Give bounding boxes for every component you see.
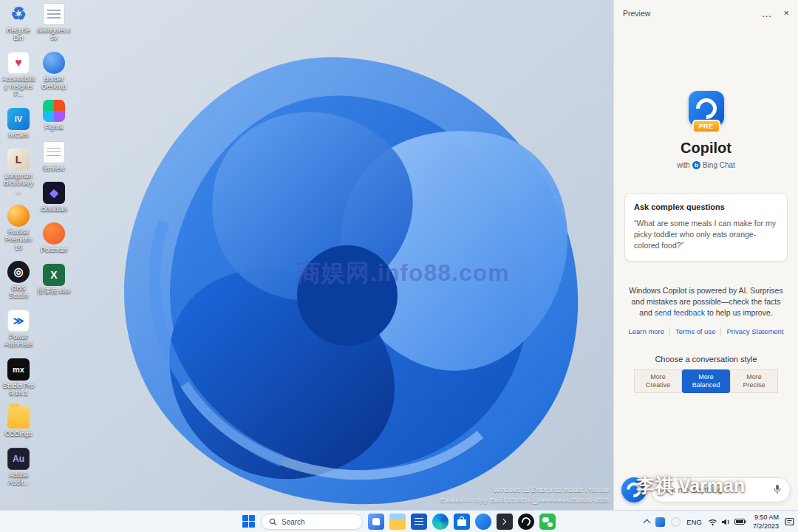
search-box[interactable]: Search bbox=[261, 514, 363, 530]
suggestion-card[interactable]: Ask complex questions “What are some mea… bbox=[624, 193, 788, 262]
learn-more-link[interactable]: Learn more bbox=[623, 327, 670, 335]
icon-label: Power Automate bbox=[1, 333, 35, 349]
adobe-audition-icon: Au bbox=[7, 448, 30, 470]
chat-input[interactable] bbox=[651, 477, 791, 502]
icon-label: Figma bbox=[44, 123, 63, 131]
edge-icon[interactable] bbox=[432, 514, 449, 530]
desktop-icon-obs-studio[interactable]: ◎ OBS Studio bbox=[1, 261, 35, 300]
clock[interactable]: 9:50 AM 7/2/2023 bbox=[753, 513, 779, 531]
icon-label: IVCam bbox=[8, 132, 29, 139]
volume-icon bbox=[721, 518, 731, 526]
icon-label: Border Desktop bbox=[37, 75, 71, 91]
icon-label: Accessibility Insights F... bbox=[1, 75, 36, 98]
obsidian-icon: ◆ bbox=[43, 182, 65, 204]
mic-icon[interactable] bbox=[773, 484, 782, 495]
browser-app-icon[interactable] bbox=[475, 514, 491, 530]
dictionary-icon: L bbox=[7, 149, 30, 171]
copilot-logo: PRE bbox=[689, 91, 724, 126]
terminal-icon[interactable] bbox=[497, 514, 513, 530]
accessibility-insights-icon: ♥ bbox=[7, 52, 30, 74]
postman-icon bbox=[43, 222, 65, 245]
terms-of-use-link[interactable]: Terms of use bbox=[670, 327, 721, 335]
tray-app-icon-2[interactable] bbox=[671, 517, 681, 527]
icon-label: dialogues.csv bbox=[36, 27, 72, 42]
desktop-icon-dialogues-csv[interactable]: dialogues.csv bbox=[37, 3, 71, 42]
desktop-icon-power-automate[interactable]: ≫ Power Automate bbox=[1, 310, 35, 349]
wifi-icon bbox=[708, 518, 717, 526]
style-more-balanced-button[interactable]: MoreBalanced bbox=[682, 369, 730, 393]
copilot-hero: PRE Copilot with b Bing Chat bbox=[614, 91, 798, 169]
desktop-icon-listview[interactable]: listview bbox=[37, 141, 71, 172]
rocket-premium-icon bbox=[7, 205, 30, 227]
bloom-wallpaper bbox=[0, 0, 613, 510]
desktop-watermark: 商娱网.info88.com bbox=[297, 257, 510, 290]
excel-file-icon: X bbox=[43, 264, 65, 286]
desktop-icon-border-desktop[interactable]: Border Desktop bbox=[37, 52, 71, 91]
desktop-icon-column-2: dialogues.csv Border Desktop Figma listv… bbox=[37, 3, 71, 295]
desktop-icon-excel-file[interactable]: X 排课表.xlsx bbox=[37, 264, 71, 295]
file-explorer-icon[interactable] bbox=[389, 514, 406, 530]
folder-icon bbox=[7, 406, 30, 429]
icon-label: Longman Dictionary ... bbox=[1, 172, 35, 195]
time: 9:50 AM bbox=[753, 513, 779, 522]
style-more-creative-button[interactable]: MoreCreative bbox=[634, 369, 682, 393]
legal-links: Learn more Terms of use Privacy Statemen… bbox=[614, 327, 798, 335]
close-icon[interactable]: × bbox=[783, 7, 789, 18]
desktop-icon-longman-dictionary[interactable]: L Longman Dictionary ... bbox=[1, 149, 35, 195]
network-volume-battery[interactable] bbox=[708, 518, 747, 526]
date: 7/2/2023 bbox=[753, 522, 779, 531]
studio-pro-icon: mx bbox=[7, 358, 30, 381]
wechat-icon[interactable] bbox=[539, 514, 556, 530]
search-icon bbox=[269, 518, 277, 526]
notification-icon[interactable] bbox=[785, 517, 794, 526]
conversation-style-toggle: MoreCreative MoreBalanced MorePrecise bbox=[614, 369, 798, 393]
search-placeholder: Search bbox=[282, 518, 305, 526]
copilot-subtitle: with b Bing Chat bbox=[614, 161, 798, 169]
desktop-icon-obsidian[interactable]: ◆ Obsidian bbox=[37, 182, 71, 213]
suggestion-card-title: Ask complex questions bbox=[634, 202, 778, 211]
desktop-icon-ivcam[interactable]: iV IVCam bbox=[1, 108, 35, 139]
start-button[interactable] bbox=[242, 515, 256, 528]
conversation-style-label: Choose a conversation style bbox=[614, 355, 798, 364]
send-feedback-link[interactable]: send feedback bbox=[655, 308, 705, 317]
style-more-precise-button[interactable]: MorePrecise bbox=[730, 369, 778, 393]
language-indicator[interactable]: ENG bbox=[686, 518, 702, 526]
taskbar: Search ENG bbox=[0, 510, 798, 532]
icon-label: OBS Studio bbox=[1, 284, 35, 300]
chat-icon[interactable] bbox=[368, 514, 384, 530]
icon-label: Postman bbox=[41, 246, 67, 253]
ivcam-icon: iV bbox=[7, 108, 30, 130]
system-tray: ENG 9:50 AM 7/2/2023 bbox=[644, 511, 794, 532]
more-options-icon[interactable]: … bbox=[761, 10, 771, 16]
text-file-icon bbox=[43, 141, 65, 163]
desktop-icon-recycle-bin[interactable]: ♻ Recycle Bin bbox=[1, 3, 35, 42]
copilot-avatar-icon bbox=[621, 477, 647, 502]
desktop: 商娱网.info88.com ♻ Recycle Bin ♥ Accessibi… bbox=[0, 0, 613, 510]
obs-taskbar-icon[interactable] bbox=[518, 514, 534, 530]
privacy-statement-link[interactable]: Privacy Statement bbox=[721, 327, 788, 335]
desktop-icon-studio-pro[interactable]: mx Studio Pro 9.16.1 bbox=[1, 358, 35, 398]
csv-file-icon bbox=[43, 3, 65, 25]
desktop-icon-postman[interactable]: Postman bbox=[37, 222, 71, 253]
show-hidden-icons-chevron[interactable] bbox=[644, 519, 651, 527]
desktop-icon-oddings-folder[interactable]: ODDings bbox=[1, 406, 35, 437]
store-icon[interactable] bbox=[454, 514, 470, 530]
copilot-sidebar: Preview … × PRE Copilot with b Bing Chat… bbox=[613, 0, 798, 510]
icon-label: listview bbox=[43, 165, 64, 172]
icon-label: Recycle Bin bbox=[1, 27, 35, 42]
battery-icon bbox=[734, 518, 747, 525]
power-automate-icon: ≫ bbox=[7, 310, 30, 332]
document-app-icon[interactable] bbox=[411, 514, 427, 530]
desktop-icon-accessibility-insights[interactable]: ♥ Accessibility Insights F... bbox=[1, 52, 35, 98]
icon-label: Adobe Audit... bbox=[1, 471, 35, 487]
ai-disclaimer: Windows Copilot is powered by AI. Surpri… bbox=[627, 285, 785, 319]
desktop-icon-rocket-premium[interactable]: Rocket Premium 16 bbox=[1, 205, 35, 251]
windows-build-info: Windows 11 Enterprise Insider Preview Ev… bbox=[440, 485, 609, 505]
tray-app-icon[interactable] bbox=[655, 517, 665, 527]
icon-label: ODDings bbox=[5, 430, 33, 437]
desktop-icon-figma[interactable]: Figma bbox=[37, 100, 71, 131]
icon-label: Obsidian bbox=[41, 205, 67, 213]
recycle-bin-icon: ♻ bbox=[7, 3, 30, 25]
desktop-icon-adobe-audition[interactable]: Au Adobe Audit... bbox=[1, 448, 35, 487]
bing-icon: b bbox=[692, 161, 700, 169]
